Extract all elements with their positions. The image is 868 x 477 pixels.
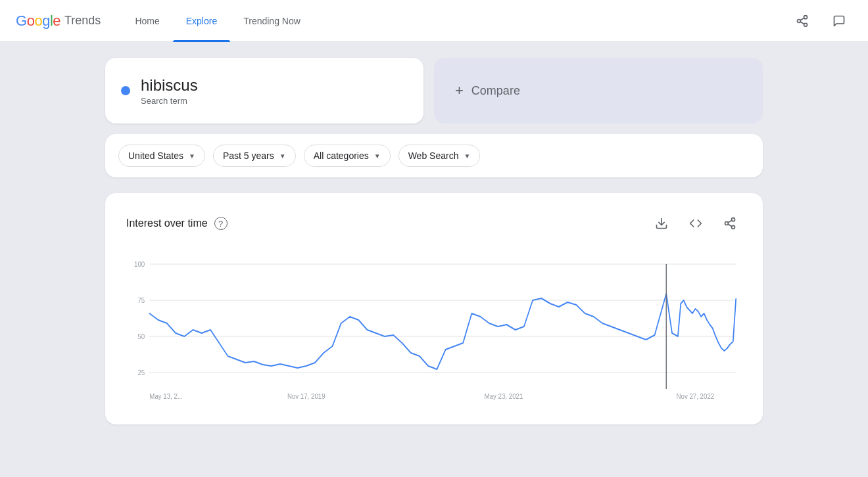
category-label: All categories [314,150,369,161]
x-label-may2021: May 23, 2021 [485,392,523,400]
search-text-group: hibiscus Search term [141,76,198,106]
help-icon[interactable]: ? [214,217,228,230]
nav-home[interactable]: Home [122,0,172,42]
feedback-button[interactable] [826,8,852,34]
chart-share-button[interactable] [718,212,742,235]
download-icon [655,217,668,230]
header: Google Trends Home Explore Trending Now [0,0,868,42]
y-label-75: 75 [137,296,145,304]
x-label-start: May 13, 2... [149,392,183,400]
x-label-nov2022: Nov 27, 2022 [677,392,715,400]
search-type-filter[interactable]: Web Search ▼ [398,145,481,167]
period-label: Past 5 years [223,150,274,161]
chart-actions [650,212,742,235]
chart-container: 100 75 50 25 May 13, 2... Nov 17, 2019 M… [126,251,742,409]
embed-button[interactable] [684,212,708,235]
compare-label: Compare [471,84,520,98]
svg-line-9 [728,224,732,226]
period-filter[interactable]: Past 5 years ▼ [213,145,296,167]
search-dot [121,86,130,95]
main-nav: Home Explore Trending Now [122,0,789,42]
svg-line-3 [800,22,804,24]
compare-plus-icon: + [455,82,464,99]
embed-icon [689,217,702,230]
y-label-50: 50 [137,332,145,340]
chart-title: Interest over time [126,217,208,229]
region-arrow-icon: ▼ [189,152,195,160]
x-label-nov2019: Nov 17, 2019 [287,392,326,400]
nav-trending[interactable]: Trending Now [230,0,314,42]
y-label-25: 25 [137,369,145,376]
chart-card: Interest over time ? [105,193,763,424]
main-content: hibiscus Search term + Compare United St… [0,42,868,440]
feedback-icon [832,14,846,28]
chart-line-path [149,294,736,369]
interest-chart: 100 75 50 25 May 13, 2... Nov 17, 2019 M… [126,251,742,409]
period-arrow-icon: ▼ [279,152,286,160]
search-term[interactable]: hibiscus [141,76,198,95]
search-type: Search term [141,96,198,106]
compare-box[interactable]: + Compare [434,58,763,124]
logo-text: Google [16,12,60,30]
nav-explore[interactable]: Explore [173,0,230,42]
search-area: hibiscus Search term + Compare [105,58,763,124]
share-button[interactable] [789,8,815,34]
region-filter[interactable]: United States ▼ [118,145,205,167]
chart-share-icon [723,217,736,230]
logo-trends-text: Trends [64,14,101,28]
logo: Google Trends [16,12,101,30]
chart-header: Interest over time ? [126,212,742,235]
search-type-arrow-icon: ▼ [464,152,470,160]
chart-title-group: Interest over time ? [126,217,228,230]
category-filter[interactable]: All categories ▼ [304,145,391,167]
share-icon [796,14,809,28]
svg-line-10 [728,220,732,222]
svg-line-4 [800,18,804,20]
category-arrow-icon: ▼ [374,152,381,160]
search-type-label: Web Search [408,150,459,161]
y-label-100: 100 [134,260,145,268]
download-button[interactable] [650,212,673,235]
header-actions [789,8,852,34]
filters-bar: United States ▼ Past 5 years ▼ All categ… [105,134,763,177]
region-label: United States [128,150,183,161]
search-box: hibiscus Search term [105,58,423,124]
